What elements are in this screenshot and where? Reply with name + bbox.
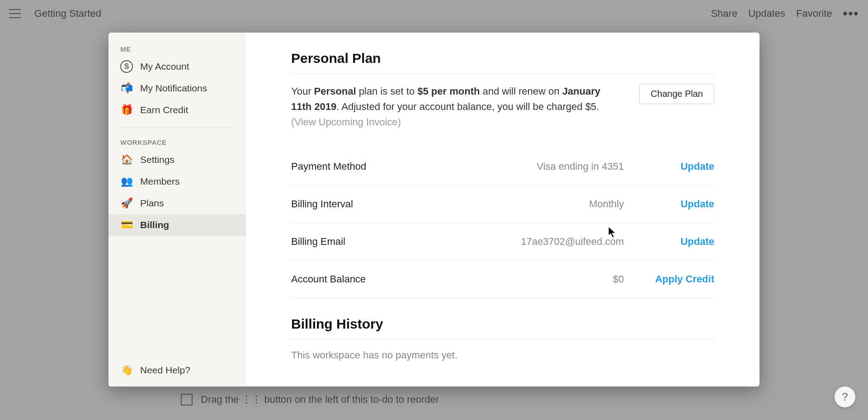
- billing-interval-label: Billing Interval: [291, 198, 436, 210]
- settings-modal: ME S My Account 📬 My Notifications 🎁 Ear…: [108, 33, 760, 387]
- account-balance-value: $0: [436, 273, 651, 285]
- plan-name: Personal: [314, 86, 356, 97]
- payment-method-value: Visa ending in 4351: [436, 161, 651, 172]
- account-avatar-icon: S: [120, 60, 133, 73]
- update-billing-interval-link[interactable]: Update: [651, 198, 714, 210]
- sidebar-item-label: My Notifications: [140, 83, 207, 94]
- settings-main: Personal Plan Your Personal plan is set …: [246, 33, 760, 387]
- sidebar-item-label: Settings: [140, 154, 175, 165]
- plan-price: $5 per month: [417, 86, 480, 97]
- people-icon: 👥: [120, 175, 133, 188]
- update-payment-method-link[interactable]: Update: [651, 161, 714, 172]
- plan-heading: Personal Plan: [291, 51, 714, 74]
- billing-history-empty: This workspace has no payments yet.: [291, 349, 714, 361]
- sidebar-header-workspace: WORKSPACE: [108, 134, 246, 149]
- sidebar-item-settings[interactable]: 🏠 Settings: [108, 149, 246, 171]
- billing-history-heading: Billing History: [291, 316, 714, 339]
- wave-icon: 👋: [120, 364, 133, 377]
- plan-description: Your Personal plan is set to $5 per mont…: [291, 84, 621, 130]
- mailbox-icon: 📬: [120, 82, 133, 95]
- rocket-icon: 🚀: [120, 197, 133, 210]
- house-icon: 🏠: [120, 153, 133, 166]
- apply-credit-link[interactable]: Apply Credit: [651, 273, 714, 285]
- account-balance-row: Account Balance $0 Apply Credit: [291, 261, 714, 298]
- change-plan-button[interactable]: Change Plan: [639, 84, 714, 104]
- sidebar-item-members[interactable]: 👥 Members: [108, 171, 246, 192]
- sidebar-item-label: Billing: [140, 220, 169, 230]
- billing-email-label: Billing Email: [291, 236, 436, 248]
- sidebar: ME S My Account 📬 My Notifications 🎁 Ear…: [108, 33, 246, 387]
- update-billing-email-link[interactable]: Update: [651, 236, 714, 248]
- billing-email-value: 17ae3702@uifeed.com: [436, 236, 651, 248]
- help-fab[interactable]: ?: [835, 387, 855, 407]
- sidebar-header-me: ME: [108, 41, 246, 56]
- sidebar-item-plans[interactable]: 🚀 Plans: [108, 192, 246, 214]
- sidebar-item-notifications[interactable]: 📬 My Notifications: [108, 77, 246, 99]
- plan-summary-row: Your Personal plan is set to $5 per mont…: [291, 84, 714, 130]
- card-icon: 💳: [120, 219, 133, 231]
- sidebar-item-label: My Account: [140, 61, 189, 72]
- billing-interval-row: Billing Interval Monthly Update: [291, 186, 714, 223]
- help-icon: ?: [842, 391, 848, 403]
- account-balance-label: Account Balance: [291, 273, 436, 285]
- sidebar-item-billing[interactable]: 💳 Billing: [108, 214, 246, 236]
- sidebar-item-help[interactable]: 👋 Need Help?: [108, 358, 246, 387]
- payment-method-label: Payment Method: [291, 161, 436, 172]
- billing-email-row: Billing Email 17ae3702@uifeed.com Update: [291, 223, 714, 261]
- gift-icon: 🎁: [120, 104, 133, 116]
- view-invoice-link[interactable]: (View Upcoming Invoice): [291, 116, 401, 128]
- sidebar-divider: [120, 127, 234, 128]
- sidebar-item-label: Earn Credit: [140, 105, 188, 115]
- sidebar-item-label: Plans: [140, 198, 164, 209]
- sidebar-item-my-account[interactable]: S My Account: [108, 56, 246, 77]
- payment-method-row: Payment Method Visa ending in 4351 Updat…: [291, 148, 714, 186]
- sidebar-item-earn-credit[interactable]: 🎁 Earn Credit: [108, 99, 246, 121]
- sidebar-item-label: Need Help?: [140, 365, 190, 376]
- sidebar-item-label: Members: [140, 176, 180, 187]
- billing-interval-value: Monthly: [436, 198, 651, 210]
